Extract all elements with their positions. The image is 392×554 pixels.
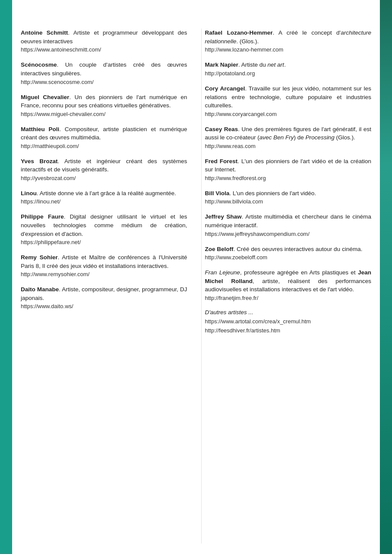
artist-description: Cory Arcangel. Travaille sur les jeux vi… <box>205 84 372 110</box>
artist-entry: Linou. Artiste donne vie à l'art grâce à… <box>21 189 187 205</box>
artist-entry: Fred Forest. L'un des pionniers de l'art… <box>205 157 372 181</box>
left-decorative-bar <box>0 0 12 554</box>
italic-processing-text: Processing <box>305 134 334 141</box>
italic-text: avec Ben Fry <box>260 134 294 141</box>
artist-description: Fred Forest. L'un des pionniers de l'art… <box>205 157 372 174</box>
artist-name-italic: Fran Lejeune <box>205 269 240 276</box>
artist-entry: Scénocosme. Un couple d'artistes créé de… <box>21 61 187 85</box>
artist-entry: Antoine Schmitt. Artiste et programmeur … <box>21 29 187 53</box>
artist-name: Miguel Chevalier <box>21 94 69 100</box>
artist-entry: Remy Sohier. Artiste et Maître de confér… <box>21 253 187 277</box>
artist-entry: Casey Reas. Une des premières figures de… <box>205 125 372 149</box>
artist-name: Philippe Faure <box>21 213 64 220</box>
right-decorative-bar <box>380 0 392 554</box>
artist-description: Remy Sohier. Artiste et Maître de confér… <box>21 253 187 270</box>
artist-name: Fred Forest <box>205 158 238 164</box>
artist-name: Matthieu Poli <box>21 126 59 132</box>
artist-description: Linou. Artiste donne vie à l'art grâce à… <box>21 189 187 198</box>
artist-link: http://www.scenocosme.com/ <box>21 79 187 85</box>
artist-description: Philippe Faure. Digital designer utilisa… <box>21 213 187 238</box>
artist-name: Antoine Schmitt <box>21 29 68 36</box>
artist-link: http://www.coryarcangel.com <box>205 111 372 117</box>
artist-name: Zoe Beloff <box>205 246 234 252</box>
artist-name: Mark Napier <box>205 61 238 68</box>
artist-description: Antoine Schmitt. Artiste et programmeur … <box>21 29 187 45</box>
artist-entry: Miguel Chevalier. Un des pionniers de l'… <box>21 93 187 117</box>
artist-description: Daito Manabe. Artiste, compositeur, desi… <box>21 285 187 302</box>
artist-description: Mark Napier. Artiste du net art. <box>205 61 372 69</box>
italic-text: net art <box>267 61 284 68</box>
others-title: D'autres artistes ... <box>205 309 372 316</box>
content-area: Antoine Schmitt. Artiste et programmeur … <box>12 0 380 554</box>
artist-entry: Rafael Lozano-Hemmer. A créé le concept … <box>205 29 372 53</box>
artist-description: Casey Reas. Une des premières figures de… <box>205 125 372 142</box>
others-link: http://feesdhiver.fr/artistes.htm <box>205 326 372 335</box>
artist-link: http://www.billviola.com <box>205 198 372 205</box>
artist-name: Yves Brozat <box>21 158 58 164</box>
artist-description: Miguel Chevalier. Un des pionniers de l'… <box>21 93 187 110</box>
artist-link: https://www.jeffreyshawcompendium.com/ <box>205 231 372 237</box>
left-column: Antoine Schmitt. Artiste et programmeur … <box>21 29 191 544</box>
artist-name: Casey Reas <box>205 126 238 132</box>
artist-link: https://philippefaure.net/ <box>21 239 187 245</box>
artist-name: Jeffrey Shaw <box>205 213 242 220</box>
artist-link: https://www.miguel-chevalier.com/ <box>21 111 187 117</box>
artist-link: https://www.antoineschmitt.com/ <box>21 46 187 53</box>
artist-description: Fran Lejeune, professeure agrégée en Art… <box>205 268 372 294</box>
artist-description: Bill Viola. L'un des pionniers de l'art … <box>205 189 372 198</box>
artist-link: http://www.reas.com <box>205 143 372 149</box>
artist-entry: Yves Brozat. Artiste et ingénieur créant… <box>21 157 187 181</box>
artist-entry: Matthieu Poli. Compositeur, artiste plas… <box>21 125 187 149</box>
artist-link: https://linou.net/ <box>21 198 187 205</box>
artist-description: Matthieu Poli. Compositeur, artiste plas… <box>21 125 187 142</box>
artist-link: http://franetjim.free.fr/ <box>205 295 372 301</box>
artist-entry: Zoe Beloff. Créé des oeuvres interactive… <box>205 245 372 261</box>
artist-link: http://matthieupoli.com/ <box>21 143 187 149</box>
artist-entry: Philippe Faure. Digital designer utilisa… <box>21 213 187 245</box>
artist-entry: Bill Viola. L'un des pionniers de l'art … <box>205 189 372 205</box>
artist-description: Yves Brozat. Artiste et ingénieur créant… <box>21 157 187 174</box>
artist-name: Linou <box>21 190 37 196</box>
artist-link: http://www.zoebeloff.com <box>205 254 372 261</box>
right-bar-gradient <box>380 0 392 554</box>
others-link: https://www.artotal.com/crea/x_cremul.ht… <box>205 317 372 326</box>
artist-description: Jeffrey Shaw. Artiste multimédia et cher… <box>205 213 372 229</box>
artist-link: http://www.remysohier.com/ <box>21 271 187 277</box>
artist-entry: Daito Manabe. Artiste, compositeur, desi… <box>21 285 187 309</box>
artist-entry: Cory Arcangel. Travaille sur les jeux vi… <box>205 84 372 117</box>
artist-description: Rafael Lozano-Hemmer. A créé le concept … <box>205 29 372 45</box>
artist-desc-text: . Artiste donne vie à l'art grâce à la r… <box>37 190 176 196</box>
artist-name: Rafael Lozano-Hemmer <box>205 29 273 36</box>
artist-description: Zoe Beloff. Créé des oeuvres interactive… <box>205 245 372 254</box>
artist-entry: Jeffrey Shaw. Artiste multimédia et cher… <box>205 213 372 237</box>
artist-name: Cory Arcangel <box>205 85 245 92</box>
right-column: Rafael Lozano-Hemmer. A créé le concept … <box>201 29 372 544</box>
artist-entry: Mark Napier. Artiste du net art.http://p… <box>205 61 372 77</box>
artist-description: Scénocosme. Un couple d'artistes créé de… <box>21 61 187 77</box>
artist-link: https://www.daito.ws/ <box>21 303 187 309</box>
artist-name: Scénocosme <box>21 61 57 68</box>
others-section: D'autres artistes ...https://www.artotal… <box>205 309 372 335</box>
artist-link: http://www.fredforest.org <box>205 175 372 181</box>
artist-name: Bill Viola <box>205 190 230 196</box>
artist-link: http://www.lozano-hemmer.com <box>205 46 372 53</box>
artist-link: http://potatoland.org <box>205 70 372 77</box>
artist-name: Daito Manabe <box>21 286 59 293</box>
artist-name: Remy Sohier <box>21 254 58 261</box>
page-container: Antoine Schmitt. Artiste et programmeur … <box>0 0 392 554</box>
two-column-layout: Antoine Schmitt. Artiste et programmeur … <box>21 29 371 544</box>
artist-entry: Fran Lejeune, professeure agrégée en Art… <box>205 268 372 301</box>
page-title <box>21 10 371 19</box>
artist-link: http://yvesbrozat.com/ <box>21 175 187 181</box>
